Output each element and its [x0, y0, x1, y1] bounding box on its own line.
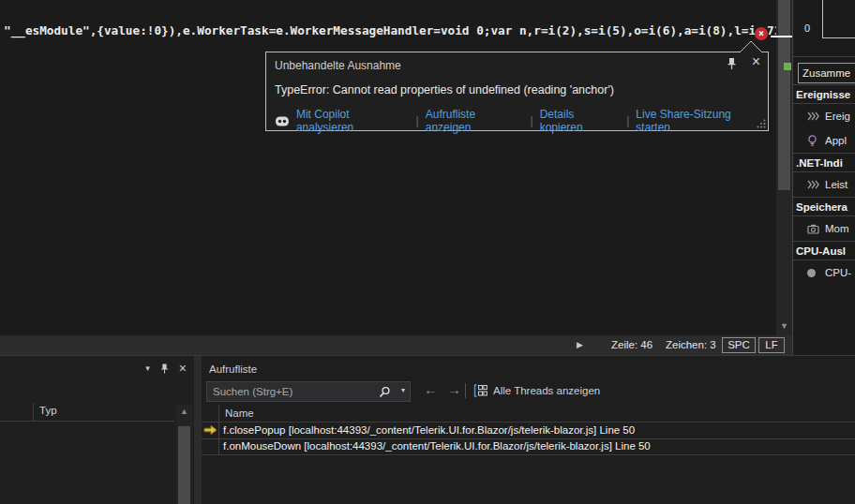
close-icon[interactable]: ×: [752, 54, 760, 69]
tool-window-controls: ▾ ×: [145, 361, 187, 376]
expand-arrow-icon[interactable]: ▶: [577, 340, 583, 349]
copilot-icon: [275, 115, 290, 127]
popup-title: Unbehandelte Ausnahme: [275, 59, 401, 72]
eol-indicator[interactable]: LF: [758, 337, 785, 353]
chart-axis-zero-label: 0: [804, 22, 810, 34]
scrollbar-thumb[interactable]: [178, 426, 190, 504]
stack-frame-row[interactable]: f.closePopup [localhost:44393/_content/T…: [223, 424, 635, 436]
pin-icon[interactable]: [726, 57, 738, 70]
analyze-with-copilot-link[interactable]: Mit Copilot analysieren: [296, 108, 410, 134]
section-header-memory-usage: Speichera: [793, 197, 855, 216]
search-dropdown-chevron-icon[interactable]: ▾: [401, 386, 405, 394]
pin-icon[interactable]: [159, 363, 170, 375]
diag-item-label: Appl: [825, 135, 847, 146]
show-all-threads-button[interactable]: Alle Threads anzeigen: [493, 385, 600, 396]
left-tool-window: ▾ × Typ ▲: [0, 356, 194, 504]
events-chevrons-icon: [807, 179, 821, 190]
search-input[interactable]: [213, 382, 372, 401]
diag-item-label: Ereig: [825, 111, 850, 122]
tab-zusammenfassung[interactable]: Zusamme: [798, 63, 855, 83]
popup-callout-pointer: [740, 41, 762, 52]
stack-frame-row[interactable]: f.onMouseDown [localhost:44393/_content/…: [223, 440, 651, 452]
exception-message: TypeError: Cannot read properties of und…: [275, 83, 614, 96]
row-divider: [202, 454, 855, 455]
section-header-net-counters: .NET-Indi: [793, 153, 855, 172]
copy-details-link[interactable]: Details kopieren: [540, 108, 621, 134]
search-box[interactable]: ▾: [206, 381, 411, 402]
line-indicator: Zeile: 46: [611, 339, 652, 350]
left-panel-scrollbar[interactable]: ▲: [176, 405, 192, 504]
scrollbar-thumb[interactable]: [778, 0, 790, 190]
action-separator: |: [626, 114, 629, 127]
action-separator: |: [531, 114, 533, 127]
diag-item-label: Mom: [825, 223, 849, 234]
diagnostics-section-list: Ereignisse Ereig Appl .NET-Indi: [793, 84, 855, 285]
chart-axis-line: [822, 0, 823, 38]
scrollbar-up-arrow-icon[interactable]: ▲: [176, 407, 192, 416]
gutter-divider: [218, 405, 219, 455]
toolbar-separator: [465, 383, 466, 398]
popup-action-links: Mit Copilot analysieren | Aufrufliste an…: [275, 108, 768, 134]
show-call-stack-link[interactable]: Aufrufliste anzeigen: [426, 108, 524, 134]
events-chevrons-icon: [807, 111, 821, 122]
visual-studio-window: "__esModule",{value:!0}),e.WorkerTask=e.…: [0, 0, 855, 504]
code-text: "__esModule",{value:!0}),e.WorkerTask=e.…: [4, 23, 756, 37]
diag-item-application-insights[interactable]: Appl: [793, 128, 855, 153]
navigate-forward-icon[interactable]: →: [447, 381, 461, 397]
all-threads-icon[interactable]: [473, 384, 488, 397]
error-badge-icon[interactable]: ×: [755, 27, 768, 40]
camera-icon: [807, 223, 821, 234]
column-header-name[interactable]: Name: [225, 408, 254, 419]
spaces-indicator[interactable]: SPC: [722, 337, 756, 353]
diag-item-label: CPU-: [825, 267, 851, 278]
header-underline: [0, 421, 174, 422]
column-divider[interactable]: [33, 403, 34, 421]
current-frame-arrow-icon: [203, 424, 218, 436]
column-indicator: Zeichen: 3: [666, 339, 716, 350]
exception-helper-popup: Unbehandelte Ausnahme × TypeError: Canno…: [265, 52, 769, 131]
diagnostic-tools-panel: 0 Zusamme Ereignisse Ereig: [792, 0, 855, 355]
navigate-back-icon[interactable]: ←: [424, 381, 438, 397]
bottom-tool-area: ▾ × Typ ▲ Aufrufliste: [0, 356, 855, 504]
editor-status-bar: ▶ Zeile: 46 Zeichen: 3 SPC LF: [0, 335, 792, 355]
action-separator: |: [416, 114, 419, 127]
search-icon[interactable]: [379, 386, 391, 398]
panel-title: Aufrufliste: [209, 363, 257, 375]
saved-change-marker: [784, 63, 791, 70]
lightbulb-icon: [807, 135, 821, 146]
code-editor[interactable]: "__esModule",{value:!0}),e.WorkerTask=e.…: [0, 0, 792, 335]
diag-item-performance-counters[interactable]: Leist: [793, 172, 855, 197]
resize-grip-icon[interactable]: [757, 119, 766, 128]
panel-divider: [793, 56, 855, 57]
window-menu-chevron-icon[interactable]: ▾: [145, 363, 150, 373]
column-header-typ[interactable]: Typ: [39, 405, 57, 416]
chart-axis-line: [822, 37, 855, 38]
diag-item-show-events[interactable]: Ereig: [793, 104, 855, 128]
code-line[interactable]: "__esModule",{value:!0}),e.WorkerTask=e.…: [4, 23, 781, 40]
section-header-cpu-usage: CPU-Ausl: [793, 241, 855, 260]
close-icon[interactable]: ×: [179, 361, 187, 376]
diag-item-take-snapshot[interactable]: Mom: [793, 216, 855, 241]
section-header-ereignisse: Ereignisse: [793, 84, 855, 104]
row-divider: [202, 438, 855, 439]
start-live-share-link[interactable]: Live Share-Sitzung starten: [636, 108, 768, 134]
diag-item-label: Leist: [825, 179, 848, 190]
record-dot-icon: [807, 267, 821, 278]
caret-position-marker: [771, 36, 793, 37]
diag-item-cpu-profiling[interactable]: CPU-: [793, 260, 855, 285]
scrollbar-down-arrow-icon[interactable]: ▼: [776, 321, 792, 331]
call-stack-tool-window: Aufrufliste ▾ ← → Alle Threads anzeigen: [202, 356, 855, 504]
row-divider: [202, 422, 855, 422]
editor-vertical-scrollbar[interactable]: ▼: [776, 0, 792, 335]
